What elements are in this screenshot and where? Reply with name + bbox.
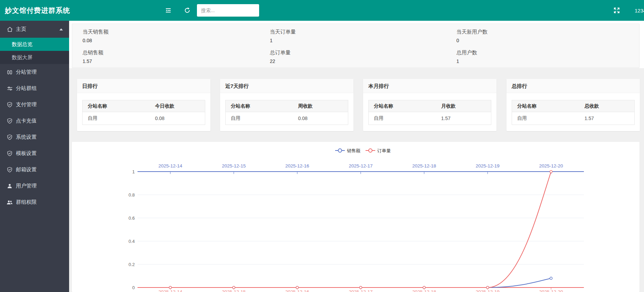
column-header: 总收款 <box>579 100 635 112</box>
outdent-list-icon <box>165 7 172 14</box>
table-row: 自用0.08 <box>83 112 205 125</box>
app-title: 妙文馆付费进群系统 <box>0 6 145 15</box>
stat-label: 当天新用户数 <box>456 29 487 35</box>
table-row: 自用1.57 <box>369 112 491 125</box>
sidebar-item-label: 系统设置 <box>16 134 37 140</box>
sidebar-item-label: 点卡充值 <box>16 118 37 124</box>
search-input[interactable] <box>197 4 259 17</box>
bottom-axis-date-label: 2025-12-17 <box>349 289 372 292</box>
sidebar-item-label: 模板设置 <box>16 150 37 157</box>
bottom-axis-date-label: 2025-12-16 <box>285 289 309 292</box>
ranking-card-daily: 日排行 分站名称今日收款 自用0.08 <box>77 79 210 131</box>
sales-orders-chart-panel: 00.20.40.60.812025-12-142025-12-152025-1… <box>72 142 640 292</box>
column-header: 月收款 <box>436 100 491 112</box>
stats-summary-panel: 当天销售额 0.08 总销售额 1.57 当天订单量 1 总订单量 22 当天新… <box>72 24 640 68</box>
legend-label: 销售额 <box>347 148 360 153</box>
amount: 0.08 <box>150 112 205 125</box>
card-title: 日排行 <box>77 79 210 93</box>
legend-item-订单量[interactable]: 订单量 <box>366 148 391 153</box>
amount: 0.08 <box>293 112 348 125</box>
sidebar-item-template-settings[interactable]: 模板设置 <box>0 145 69 162</box>
ranking-table: 分站名称周收款 自用0.08 <box>225 100 348 125</box>
ranking-table: 分站名称今日收款 自用0.08 <box>82 100 205 125</box>
station-name: 自用 <box>226 112 293 125</box>
top-axis-date-label: 2025-12-20 <box>539 163 563 168</box>
top-axis-date-label: 2025-12-15 <box>222 163 246 168</box>
data-point-订单量 <box>486 286 489 289</box>
stat-label: 总销售额 <box>83 49 103 56</box>
sidebar-item-substation-groups[interactable]: 分站群组 <box>0 80 69 97</box>
column-header: 分站名称 <box>226 100 293 112</box>
ranking-card-month: 本月排行 分站名称月收款 自用1.57 <box>363 79 496 131</box>
users-icon <box>6 199 13 206</box>
sidebar-item-system-settings[interactable]: 系统设置 <box>0 129 69 145</box>
data-point-订单量 <box>169 286 172 289</box>
column-header: 分站名称 <box>83 100 150 112</box>
sidebar-item-data-overview[interactable]: 数据总览 <box>0 38 69 51</box>
legend-marker-circle <box>338 149 342 152</box>
stat-label: 总用户数 <box>456 49 477 56</box>
expand-arrows-icon <box>614 7 620 13</box>
shield-check-icon <box>6 102 13 108</box>
data-point-订单量 <box>360 286 362 289</box>
table-row: 自用1.57 <box>512 112 635 125</box>
sidebar-collapse-icon[interactable] <box>162 4 174 16</box>
series-line-订单量 <box>170 172 551 288</box>
line-chart: 00.20.40.60.812025-12-142025-12-152025-1… <box>72 142 640 292</box>
ranking-card-total: 总排行 分站名称总收款 自用1.57 <box>506 79 640 131</box>
refresh-icon[interactable] <box>181 4 193 16</box>
sidebar-item-home[interactable]: 主页 <box>0 21 69 38</box>
top-axis-date-label: 2025-12-19 <box>476 163 500 168</box>
column-header: 周收款 <box>293 100 348 112</box>
sidebar-item-user-manage[interactable]: 用户管理 <box>0 178 69 194</box>
sidebar-item-group-permissions[interactable]: 群组权限 <box>0 194 69 210</box>
chevron-up-icon <box>59 28 63 30</box>
data-point-销售额 <box>550 277 552 280</box>
card-title: 本月排行 <box>363 79 496 93</box>
column-header: 今日收款 <box>150 100 205 112</box>
sidebar-nav: 主页 数据总览 数据大屏 分站管理 分站群组 支付管理 点卡充值 系 <box>0 21 69 292</box>
sidebar-item-payment-manage[interactable]: 支付管理 <box>0 97 69 113</box>
sidebar-item-label: 邮箱设置 <box>16 166 37 173</box>
sidebar-item-substation-manage[interactable]: 分站管理 <box>0 64 69 80</box>
y-axis-tick-label: 0.2 <box>129 262 135 267</box>
top-axis-date-label: 2025-12-14 <box>158 163 182 168</box>
y-axis-tick-label: 0.6 <box>129 216 135 221</box>
amount: 1.57 <box>436 112 491 125</box>
column-header: 分站名称 <box>512 100 579 112</box>
sidebar-item-email-settings[interactable]: 邮箱设置 <box>0 162 69 178</box>
legend-label: 订单量 <box>377 148 391 153</box>
bottom-axis-date-label: 2025-12-14 <box>158 289 182 292</box>
top-axis-date-label: 2025-12-17 <box>349 163 372 168</box>
ranking-table: 分站名称月收款 自用1.57 <box>368 100 491 125</box>
sidebar-item-label: 数据大屏 <box>12 54 32 61</box>
fullscreen-icon[interactable] <box>611 4 623 16</box>
legend-item-销售额[interactable]: 销售额 <box>335 148 360 153</box>
stat-value: 0.08 <box>83 38 92 43</box>
stat-label: 当天销售额 <box>83 29 108 35</box>
data-point-订单量 <box>233 286 235 289</box>
shield-check-icon <box>6 118 13 124</box>
data-point-订单量 <box>550 171 552 173</box>
card-title: 总排行 <box>506 79 640 93</box>
sidebar-item-data-screen[interactable]: 数据大屏 <box>0 51 69 64</box>
y-axis-tick-label: 1 <box>132 169 135 174</box>
stat-value: 22 <box>270 58 275 64</box>
ranking-card-week: 近7天排行 分站名称周收款 自用0.08 <box>220 79 353 131</box>
current-username[interactable]: 12345 <box>635 8 644 13</box>
sidebar-item-label: 数据总览 <box>12 41 32 48</box>
bottom-axis-date-label: 2025-12-20 <box>539 289 563 292</box>
station-name: 自用 <box>83 112 150 125</box>
y-axis-tick-label: 0 <box>132 285 135 290</box>
stat-value: 1 <box>456 58 459 64</box>
sidebar-item-label: 主页 <box>16 26 26 33</box>
ranking-table: 分站名称总收款 自用1.57 <box>512 100 635 125</box>
data-point-订单量 <box>296 286 299 289</box>
amount: 1.57 <box>579 112 635 125</box>
data-point-订单量 <box>423 286 425 289</box>
sidebar-item-card-recharge[interactable]: 点卡充值 <box>0 113 69 129</box>
stat-label: 当天订单量 <box>270 29 296 35</box>
station-name: 自用 <box>512 112 579 125</box>
card-title: 近7天排行 <box>220 79 353 93</box>
top-axis-date-label: 2025-12-18 <box>412 163 436 168</box>
